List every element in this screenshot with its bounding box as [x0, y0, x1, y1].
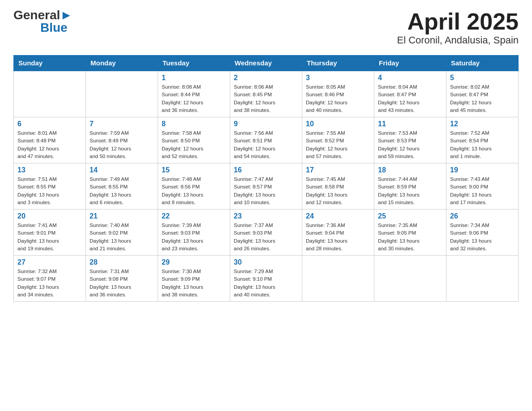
day-number: 1 [162, 74, 226, 82]
day-info: Sunrise: 7:52 AMSunset: 8:54 PMDaylight:… [450, 129, 515, 160]
day-number: 24 [306, 212, 370, 220]
calendar-cell: 2Sunrise: 8:06 AMSunset: 8:45 PMDaylight… [230, 71, 302, 117]
calendar-cell: 28Sunrise: 7:31 AMSunset: 9:08 PMDayligh… [86, 256, 158, 302]
day-number: 13 [17, 166, 82, 174]
weekday-header-tuesday: Tuesday [158, 56, 230, 71]
calendar-cell: 24Sunrise: 7:36 AMSunset: 9:04 PMDayligh… [302, 210, 374, 256]
calendar-cell: 11Sunrise: 7:53 AMSunset: 8:53 PMDayligh… [374, 117, 446, 163]
day-info: Sunrise: 7:45 AMSunset: 8:58 PMDaylight:… [306, 176, 370, 206]
logo: General► Blue [13, 9, 73, 34]
calendar-cell: 10Sunrise: 7:55 AMSunset: 8:52 PMDayligh… [302, 117, 374, 163]
calendar-cell: 16Sunrise: 7:47 AMSunset: 8:57 PMDayligh… [230, 163, 302, 210]
day-number: 17 [306, 166, 370, 174]
calendar-cell: 4Sunrise: 8:04 AMSunset: 8:47 PMDaylight… [374, 71, 446, 117]
weekday-header-friday: Friday [374, 56, 446, 71]
day-number: 15 [162, 166, 226, 174]
day-info: Sunrise: 7:41 AMSunset: 9:01 PMDaylight:… [17, 222, 82, 253]
day-number: 4 [378, 74, 442, 82]
day-info: Sunrise: 8:05 AMSunset: 8:46 PMDaylight:… [306, 83, 370, 114]
day-info: Sunrise: 7:34 AMSunset: 9:06 PMDaylight:… [450, 222, 515, 253]
day-number: 14 [90, 166, 154, 174]
calendar-cell: 14Sunrise: 7:49 AMSunset: 8:55 PMDayligh… [86, 163, 158, 210]
day-number: 28 [90, 258, 154, 266]
logo-general-text: General► [13, 9, 73, 21]
calendar-cell: 5Sunrise: 8:02 AMSunset: 8:47 PMDaylight… [446, 71, 519, 117]
day-info: Sunrise: 7:49 AMSunset: 8:55 PMDaylight:… [90, 176, 154, 206]
day-number: 6 [17, 120, 82, 128]
day-info: Sunrise: 8:04 AMSunset: 8:47 PMDaylight:… [378, 83, 442, 114]
day-number: 3 [306, 74, 370, 82]
day-info: Sunrise: 8:02 AMSunset: 8:47 PMDaylight:… [450, 83, 515, 114]
week-row-1: 1Sunrise: 8:08 AMSunset: 8:44 PMDaylight… [14, 71, 519, 117]
day-info: Sunrise: 7:55 AMSunset: 8:52 PMDaylight:… [306, 129, 370, 160]
calendar-cell: 9Sunrise: 7:56 AMSunset: 8:51 PMDaylight… [230, 117, 302, 163]
weekday-header-thursday: Thursday [302, 56, 374, 71]
day-number: 7 [90, 120, 154, 128]
weekday-header-monday: Monday [86, 56, 158, 71]
calendar-cell: 7Sunrise: 7:59 AMSunset: 8:49 PMDaylight… [86, 117, 158, 163]
week-row-3: 13Sunrise: 7:51 AMSunset: 8:55 PMDayligh… [14, 163, 519, 210]
day-info: Sunrise: 7:37 AMSunset: 9:03 PMDaylight:… [234, 222, 298, 253]
day-number: 16 [234, 166, 298, 174]
calendar-cell [374, 256, 446, 302]
weekday-header-wednesday: Wednesday [230, 56, 302, 71]
day-number: 30 [234, 258, 298, 266]
weekday-header-sunday: Sunday [14, 56, 86, 71]
week-row-4: 20Sunrise: 7:41 AMSunset: 9:01 PMDayligh… [14, 210, 519, 256]
day-info: Sunrise: 7:56 AMSunset: 8:51 PMDaylight:… [234, 129, 298, 160]
day-info: Sunrise: 7:48 AMSunset: 8:56 PMDaylight:… [162, 176, 226, 206]
calendar-cell: 19Sunrise: 7:43 AMSunset: 9:00 PMDayligh… [446, 163, 519, 210]
day-number: 21 [90, 212, 154, 220]
calendar-cell: 20Sunrise: 7:41 AMSunset: 9:01 PMDayligh… [14, 210, 86, 256]
day-info: Sunrise: 7:43 AMSunset: 9:00 PMDaylight:… [450, 176, 515, 206]
day-number: 11 [378, 120, 442, 128]
calendar-cell: 27Sunrise: 7:32 AMSunset: 9:07 PMDayligh… [14, 256, 86, 302]
calendar-cell: 6Sunrise: 8:01 AMSunset: 8:48 PMDaylight… [14, 117, 86, 163]
calendar-cell: 30Sunrise: 7:29 AMSunset: 9:10 PMDayligh… [230, 256, 302, 302]
weekday-header-saturday: Saturday [446, 56, 519, 71]
day-number: 10 [306, 120, 370, 128]
day-number: 9 [234, 120, 298, 128]
calendar-cell: 21Sunrise: 7:40 AMSunset: 9:02 PMDayligh… [86, 210, 158, 256]
day-number: 22 [162, 212, 226, 220]
calendar-cell [302, 256, 374, 302]
week-row-5: 27Sunrise: 7:32 AMSunset: 9:07 PMDayligh… [14, 256, 519, 302]
calendar-cell: 25Sunrise: 7:35 AMSunset: 9:05 PMDayligh… [374, 210, 446, 256]
day-number: 12 [450, 120, 515, 128]
calendar-cell: 8Sunrise: 7:58 AMSunset: 8:50 PMDaylight… [158, 117, 230, 163]
day-number: 25 [378, 212, 442, 220]
calendar-title: April 2025 [397, 9, 519, 34]
week-row-2: 6Sunrise: 8:01 AMSunset: 8:48 PMDaylight… [14, 117, 519, 163]
day-number: 5 [450, 74, 515, 82]
calendar-cell [446, 256, 519, 302]
day-number: 18 [378, 166, 442, 174]
calendar-cell: 12Sunrise: 7:52 AMSunset: 8:54 PMDayligh… [446, 117, 519, 163]
title-block: April 2025 El Coronil, Andalusia, Spain [397, 9, 519, 46]
day-info: Sunrise: 7:44 AMSunset: 8:59 PMDaylight:… [378, 176, 442, 206]
calendar-cell [14, 71, 86, 117]
page-header: General► Blue April 2025 El Coronil, And… [13, 9, 519, 46]
calendar-cell: 3Sunrise: 8:05 AMSunset: 8:46 PMDaylight… [302, 71, 374, 117]
day-info: Sunrise: 7:31 AMSunset: 9:08 PMDaylight:… [90, 268, 154, 299]
logo-blue-text: Blue [40, 21, 68, 34]
day-info: Sunrise: 8:06 AMSunset: 8:45 PMDaylight:… [234, 83, 298, 114]
day-info: Sunrise: 7:30 AMSunset: 9:09 PMDaylight:… [162, 268, 226, 299]
day-info: Sunrise: 7:35 AMSunset: 9:05 PMDaylight:… [378, 222, 442, 253]
day-info: Sunrise: 7:40 AMSunset: 9:02 PMDaylight:… [90, 222, 154, 253]
weekday-header-row: SundayMondayTuesdayWednesdayThursdayFrid… [14, 56, 519, 71]
calendar-cell: 17Sunrise: 7:45 AMSunset: 8:58 PMDayligh… [302, 163, 374, 210]
calendar-cell: 15Sunrise: 7:48 AMSunset: 8:56 PMDayligh… [158, 163, 230, 210]
day-info: Sunrise: 7:36 AMSunset: 9:04 PMDaylight:… [306, 222, 370, 253]
day-number: 26 [450, 212, 515, 220]
day-info: Sunrise: 7:47 AMSunset: 8:57 PMDaylight:… [234, 176, 298, 206]
calendar-cell: 13Sunrise: 7:51 AMSunset: 8:55 PMDayligh… [14, 163, 86, 210]
day-number: 8 [162, 120, 226, 128]
day-info: Sunrise: 7:32 AMSunset: 9:07 PMDaylight:… [17, 268, 82, 299]
day-info: Sunrise: 7:39 AMSunset: 9:03 PMDaylight:… [162, 222, 226, 253]
calendar-cell: 23Sunrise: 7:37 AMSunset: 9:03 PMDayligh… [230, 210, 302, 256]
day-number: 27 [17, 258, 82, 266]
calendar-cell: 26Sunrise: 7:34 AMSunset: 9:06 PMDayligh… [446, 210, 519, 256]
calendar-cell: 22Sunrise: 7:39 AMSunset: 9:03 PMDayligh… [158, 210, 230, 256]
calendar-cell: 29Sunrise: 7:30 AMSunset: 9:09 PMDayligh… [158, 256, 230, 302]
day-info: Sunrise: 8:08 AMSunset: 8:44 PMDaylight:… [162, 83, 226, 114]
